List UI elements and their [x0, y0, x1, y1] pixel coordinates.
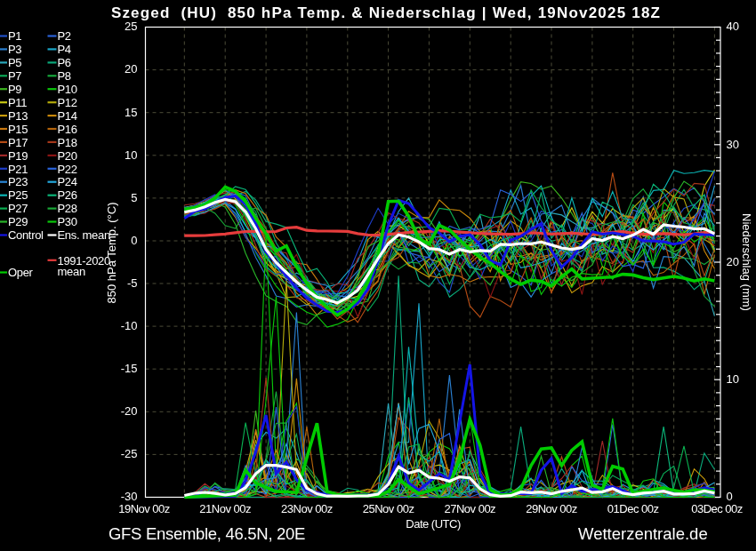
svg-text:27Nov 00z: 27Nov 00z: [444, 502, 495, 515]
svg-text:01Dec 00z: 01Dec 00z: [607, 502, 659, 515]
svg-text:P22: P22: [57, 163, 76, 176]
svg-text:20: 20: [125, 62, 137, 76]
svg-text:03Dec 00z: 03Dec 00z: [691, 502, 743, 515]
svg-text:P24: P24: [57, 175, 76, 188]
svg-text:P15: P15: [8, 123, 28, 136]
svg-text:P9: P9: [8, 83, 21, 96]
svg-text:0: 0: [131, 234, 137, 247]
svg-text:850 hPa Temp. (°C): 850 hPa Temp. (°C): [105, 202, 118, 303]
svg-text:25: 25: [125, 20, 137, 33]
svg-text:P18: P18: [57, 136, 76, 149]
svg-text:10: 10: [125, 148, 137, 162]
svg-text:P30: P30: [57, 215, 76, 228]
svg-text:P8: P8: [57, 69, 70, 83]
svg-text:GFS Ensemble, 46.5N, 20E: GFS Ensemble, 46.5N, 20E: [109, 524, 305, 543]
svg-text:Oper: Oper: [8, 266, 34, 279]
svg-text:P26: P26: [57, 188, 76, 202]
svg-text:P3: P3: [8, 43, 21, 56]
svg-text:Niederschlag (mm): Niederschlag (mm): [740, 213, 753, 311]
svg-text:P6: P6: [57, 56, 70, 69]
svg-text:29Nov 00z: 29Nov 00z: [526, 502, 577, 515]
svg-text:P1: P1: [8, 29, 21, 43]
svg-text:20: 20: [727, 255, 739, 268]
svg-text:P29: P29: [8, 215, 28, 228]
svg-text:mean: mean: [58, 265, 85, 278]
svg-text:-15: -15: [121, 362, 138, 375]
svg-text:21Nov 00z: 21Nov 00z: [199, 502, 251, 515]
svg-text:Ens. mean: Ens. mean: [57, 228, 110, 242]
svg-text:P23: P23: [8, 175, 28, 188]
svg-text:P25: P25: [8, 188, 28, 202]
svg-text:Control: Control: [8, 228, 44, 242]
svg-text:P5: P5: [8, 56, 21, 69]
svg-text:-20: -20: [121, 404, 138, 418]
svg-text:P4: P4: [57, 43, 70, 56]
svg-text:15: 15: [125, 106, 137, 119]
svg-text:Wetterzentrale.de: Wetterzentrale.de: [578, 524, 708, 543]
svg-text:P28: P28: [57, 202, 76, 215]
svg-text:Szeged (HU) 850 hPa Temp. &: Szeged (HU) 850 hPa Temp. & Niederschlag…: [111, 4, 661, 21]
svg-text:P20: P20: [57, 149, 76, 163]
svg-text:-10: -10: [121, 319, 138, 332]
svg-text:5: 5: [131, 191, 137, 204]
svg-text:P2: P2: [57, 29, 70, 43]
svg-text:10: 10: [727, 372, 739, 386]
svg-text:23Nov 00z: 23Nov 00z: [281, 502, 333, 515]
svg-text:P11: P11: [8, 96, 27, 109]
svg-text:P19: P19: [8, 149, 28, 163]
svg-text:40: 40: [727, 20, 739, 33]
svg-text:30: 30: [727, 138, 739, 151]
svg-text:P27: P27: [8, 202, 28, 215]
svg-text:-5: -5: [127, 276, 138, 290]
svg-text:19Nov 00z: 19Nov 00z: [118, 502, 170, 515]
svg-text:-25: -25: [121, 447, 138, 460]
svg-text:Date (UTC): Date (UTC): [406, 517, 461, 531]
svg-text:P17: P17: [8, 136, 28, 149]
svg-text:P21: P21: [8, 163, 28, 176]
svg-text:25Nov 00z: 25Nov 00z: [363, 502, 414, 515]
svg-text:P12: P12: [57, 96, 76, 109]
svg-text:P13: P13: [8, 109, 28, 123]
svg-text:P10: P10: [57, 83, 76, 96]
svg-text:P7: P7: [8, 69, 21, 83]
svg-text:P16: P16: [57, 123, 76, 136]
svg-text:P14: P14: [57, 109, 76, 123]
